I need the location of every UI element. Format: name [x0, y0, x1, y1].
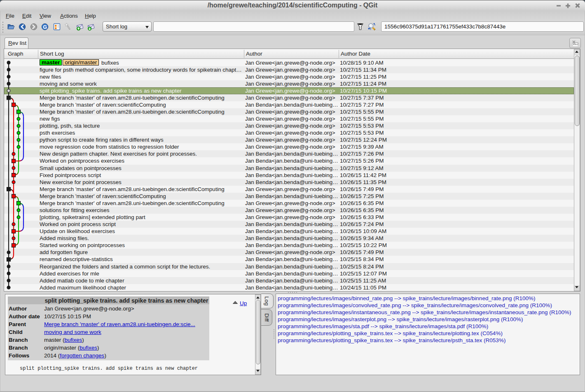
svg-text:G: G — [43, 24, 47, 30]
